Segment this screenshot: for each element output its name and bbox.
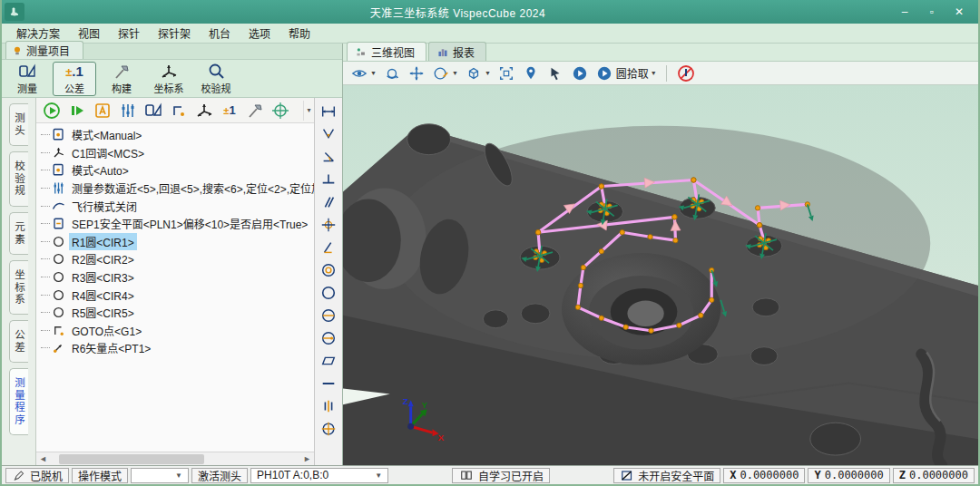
construct-button[interactable] <box>243 100 267 122</box>
ribbon-label: 构建 <box>112 81 132 95</box>
runout-icon <box>320 330 337 346</box>
tolerance-distance-button[interactable] <box>318 102 339 122</box>
tree-item-9[interactable]: R4圆<CIR4> <box>36 286 314 304</box>
tree-item-8[interactable]: R3圆<CIR3> <box>36 268 314 287</box>
measure-button[interactable] <box>142 100 165 122</box>
shade-button[interactable]: ▼ <box>432 65 458 82</box>
toolbar-overflow-button[interactable]: ▾ <box>303 101 314 121</box>
chevron-down-icon[interactable]: ▼ <box>485 70 491 76</box>
goto-point-button[interactable] <box>167 100 191 122</box>
tolerance-runout-button[interactable] <box>318 328 339 348</box>
fit-button[interactable] <box>497 65 515 82</box>
tolerance-true-position-button[interactable] <box>318 419 339 439</box>
tolerance-symmetry-button[interactable] <box>318 396 339 416</box>
cube-button[interactable]: ▼ <box>465 65 491 82</box>
tree-item-2[interactable]: 模式<Auto> <box>36 161 314 180</box>
menu-item-0[interactable]: 解决方案 <box>7 24 69 43</box>
chevron-down-icon[interactable]: ▼ <box>370 70 377 76</box>
side-tab-2[interactable]: 元素 <box>9 212 28 255</box>
tolerance-angularity-button[interactable] <box>318 238 339 258</box>
side-tab-1[interactable]: 校验规 <box>9 151 28 207</box>
coordsys-button[interactable] <box>192 100 216 122</box>
tree-guide <box>41 277 50 277</box>
eye-button[interactable]: ▼ <box>350 65 377 82</box>
pin-button[interactable] <box>522 65 540 82</box>
viewport-3d[interactable]: Z Y X <box>343 85 978 465</box>
side-tab-3[interactable]: 坐标系 <box>9 260 28 316</box>
view-tab-1[interactable]: 报表 <box>428 42 486 61</box>
view-tab-0[interactable]: 三维视图 <box>347 42 426 61</box>
minimize-button[interactable]: – <box>891 1 918 23</box>
menu-item-6[interactable]: 帮助 <box>279 24 319 43</box>
panel-header-tab[interactable]: 测量项目 <box>5 41 83 59</box>
ribbon-tolerance-button[interactable]: ±.1公差 <box>53 62 96 96</box>
tree-item-3[interactable]: 测量参数逼近<5>,回退<5>,搜索<6>,定位<2>,定位加<2>,测量 <box>36 180 314 198</box>
tolerance-icon: ±.1 <box>65 63 83 81</box>
op-mode-select[interactable]: ▼ <box>131 468 189 483</box>
params-icon <box>52 181 65 195</box>
tolerance-straightness-button[interactable] <box>318 374 339 394</box>
book-icon <box>458 469 475 482</box>
pin-icon <box>522 65 540 82</box>
tolerance-position-button[interactable] <box>318 215 339 235</box>
tree-guide <box>41 312 50 313</box>
active-probe-select[interactable]: PH10T A:0,B:0▼ <box>250 468 388 483</box>
tolerance-angle-button[interactable] <box>318 147 339 167</box>
tolerance-concentricity-button[interactable] <box>318 260 339 280</box>
coord-axis-label: X <box>730 469 736 481</box>
ribbon-measure-button[interactable]: 测量 <box>5 62 49 96</box>
tolerance-flatness-button[interactable] <box>318 351 339 371</box>
scroll-track[interactable] <box>50 454 300 464</box>
tree-item-10[interactable]: R5圆<CIR5> <box>36 304 314 322</box>
menu-item-5[interactable]: 选项 <box>240 24 279 43</box>
run-program-button[interactable] <box>40 100 64 122</box>
auto-feature-button[interactable] <box>91 100 114 122</box>
close-button[interactable]: ✕ <box>946 1 973 23</box>
playc-button[interactable] <box>571 65 589 82</box>
pan-button[interactable] <box>407 65 426 82</box>
side-tab-0[interactable]: 测头 <box>9 103 28 146</box>
coordsys-icon <box>159 63 179 81</box>
menu-item-4[interactable]: 机台 <box>200 24 240 43</box>
horizontal-scrollbar[interactable]: ◄ ► <box>36 452 314 465</box>
menu-item-1[interactable]: 视图 <box>69 24 109 43</box>
tree-item-1[interactable]: C1回调<MCS> <box>36 144 314 162</box>
menu-item-3[interactable]: 探针架 <box>149 24 200 43</box>
step-run-button[interactable] <box>65 100 89 122</box>
tolerance-perpendicularity-button[interactable] <box>318 170 339 190</box>
symmetry-icon <box>320 398 337 414</box>
tolerance-parallelism-button[interactable] <box>318 192 339 212</box>
tree-item-12[interactable]: R6矢量点<PT1> <box>36 339 314 357</box>
vpoint-icon <box>52 341 65 355</box>
tree-item-5[interactable]: SEP1安全平面<PLN1>偏移<10>是否启用<True> <box>36 215 314 233</box>
angularity-icon <box>320 239 337 256</box>
cursor-button[interactable] <box>546 65 564 82</box>
chevron-down-icon[interactable]: ▼ <box>452 70 458 76</box>
side-tab-4[interactable]: 公差 <box>9 320 28 363</box>
ribbon-construct-button[interactable]: 构建 <box>100 62 143 96</box>
probe-target-button[interactable] <box>269 100 292 122</box>
probe-disabled-button[interactable] <box>676 64 696 83</box>
scroll-right-icon[interactable]: ► <box>300 454 314 463</box>
scroll-left-icon[interactable]: ◄ <box>36 454 50 463</box>
side-tab-5[interactable]: 测量程序 <box>9 368 28 435</box>
ribbon-gauge-button[interactable]: 校验规 <box>194 62 238 96</box>
tree-item-0[interactable]: 模式<Manual> <box>36 126 314 144</box>
chevron-down-icon[interactable]: ▼ <box>651 70 657 76</box>
scroll-thumb[interactable] <box>59 454 204 464</box>
tree-item-4[interactable]: 飞行模式关闭 <box>36 197 314 215</box>
measure-params-button[interactable] <box>116 100 140 122</box>
tolerance-cylindricity-button[interactable] <box>318 306 339 326</box>
tree-item-6[interactable]: R1圆<CIR1> <box>36 233 314 251</box>
tolerance-angle-between-button[interactable] <box>318 124 339 144</box>
tree-item-11[interactable]: GOTO点<G1> <box>36 322 314 340</box>
tolerance-small-button[interactable]: ±1 <box>218 100 241 122</box>
tolerance-roundness-button[interactable] <box>318 283 339 303</box>
tree-item-7[interactable]: R2圆<CIR2> <box>36 250 314 268</box>
flatness-icon <box>320 353 337 369</box>
circle-pick-button[interactable]: 圆拾取▼ <box>595 65 657 82</box>
menu-item-2[interactable]: 探针 <box>109 24 149 43</box>
ribbon-coordsys-button[interactable]: 坐标系 <box>147 62 191 96</box>
orbit-button[interactable] <box>383 65 401 82</box>
maximize-button[interactable]: ▫ <box>918 1 946 23</box>
